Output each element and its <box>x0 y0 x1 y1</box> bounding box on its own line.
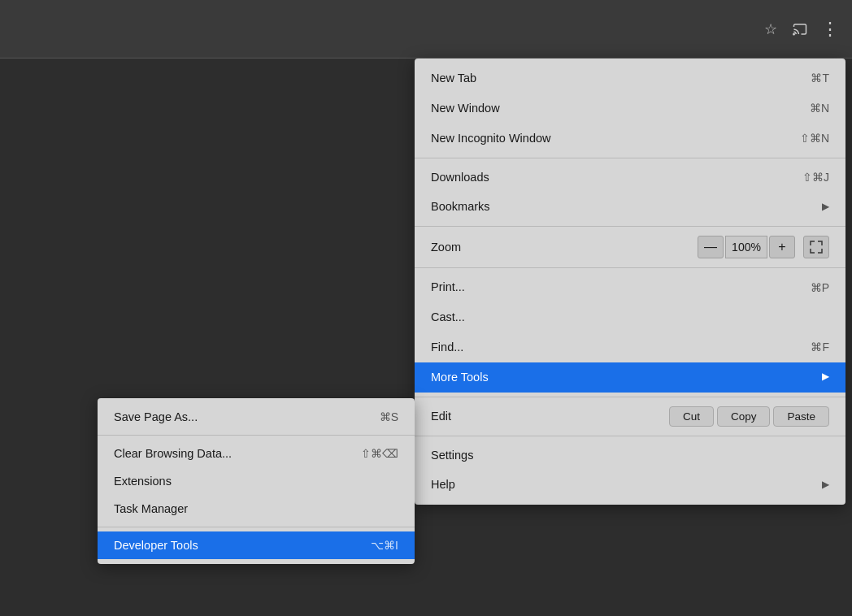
separator-4 <box>415 397 845 397</box>
sub-menu-item-clear-browsing-data[interactable]: Clear Browsing Data... ⇧⌘⌫ <box>98 440 415 467</box>
save-page-as-shortcut: ⌘S <box>380 410 398 423</box>
separator-1 <box>415 158 845 158</box>
browser-toolbar: ☆ ⋮ <box>0 0 852 59</box>
zoom-label: Zoom <box>431 241 689 254</box>
cast-button[interactable] <box>787 16 813 42</box>
sub-menu-item-save-page-as[interactable]: Save Page As... ⌘S <box>98 403 415 431</box>
menu-item-downloads-label: Downloads <box>431 170 786 185</box>
save-page-as-label: Save Page As... <box>114 410 380 423</box>
sub-menu-more-tools: Save Page As... ⌘S Clear Browsing Data..… <box>98 398 415 564</box>
sub-separator-1 <box>98 435 415 436</box>
menu-item-downloads-shortcut: ⇧⌘J <box>802 170 829 184</box>
menu-item-cast-label: Cast... <box>431 310 813 325</box>
zoom-value-display: 100% <box>725 236 767 258</box>
edit-label: Edit <box>431 410 661 423</box>
developer-tools-shortcut: ⌥⌘I <box>371 539 398 552</box>
clear-browsing-data-label: Clear Browsing Data... <box>114 447 361 460</box>
menu-edit-row: Edit Cut Copy Paste <box>415 401 845 432</box>
separator-2 <box>415 226 845 227</box>
copy-button[interactable]: Copy <box>717 406 771 427</box>
menu-item-more-tools-label: More Tools <box>431 370 822 385</box>
bookmark-button[interactable]: ☆ <box>758 16 784 42</box>
zoom-in-button[interactable]: + <box>769 236 795 258</box>
menu-item-print[interactable]: Print... ⌘P <box>415 272 845 302</box>
paste-button[interactable]: Paste <box>773 406 829 427</box>
menu-item-bookmarks-label: Bookmarks <box>431 199 822 215</box>
menu-item-find[interactable]: Find... ⌘F <box>415 332 845 362</box>
menu-item-new-incognito-label: New Incognito Window <box>431 131 784 146</box>
menu-item-bookmarks[interactable]: Bookmarks ▶ <box>415 192 845 222</box>
sub-menu-item-task-manager[interactable]: Task Manager <box>98 495 415 523</box>
more-tools-arrow-icon: ▶ <box>822 371 829 384</box>
menu-item-find-shortcut: ⌘F <box>811 340 829 354</box>
menu-item-downloads[interactable]: Downloads ⇧⌘J <box>415 163 845 193</box>
menu-zoom-row: Zoom — 100% + <box>415 231 845 263</box>
cut-button[interactable]: Cut <box>669 406 714 427</box>
menu-item-find-label: Find... <box>431 340 794 355</box>
separator-5 <box>415 436 845 436</box>
fullscreen-button[interactable] <box>803 236 829 258</box>
menu-item-new-incognito-shortcut: ⇧⌘N <box>800 131 829 145</box>
menu-item-cast[interactable]: Cast... <box>415 302 845 332</box>
menu-item-new-window[interactable]: New Window ⌘N <box>415 93 845 124</box>
menu-item-settings-label: Settings <box>431 448 829 463</box>
developer-tools-label: Developer Tools <box>114 539 371 552</box>
bookmarks-arrow-icon: ▶ <box>822 201 829 214</box>
menu-item-new-incognito[interactable]: New Incognito Window ⇧⌘N <box>415 124 845 154</box>
menu-item-help[interactable]: Help ▶ <box>415 470 845 500</box>
menu-item-new-window-label: New Window <box>431 101 793 116</box>
menu-item-new-tab[interactable]: New Tab ⌘T <box>415 63 845 93</box>
zoom-controls: — 100% + <box>698 236 795 258</box>
separator-3 <box>415 267 845 268</box>
menu-item-new-window-shortcut: ⌘N <box>810 101 829 115</box>
more-menu-button[interactable]: ⋮ <box>816 16 842 42</box>
sub-separator-2 <box>98 527 415 527</box>
menu-item-print-label: Print... <box>431 280 794 295</box>
edit-buttons: Cut Copy Paste <box>669 406 829 427</box>
task-manager-label: Task Manager <box>114 502 398 515</box>
menu-item-new-tab-shortcut: ⌘T <box>811 71 829 85</box>
menu-item-print-shortcut: ⌘P <box>811 280 829 295</box>
help-arrow-icon: ▶ <box>822 479 829 492</box>
menu-item-help-label: Help <box>431 477 822 492</box>
clear-browsing-data-shortcut: ⇧⌘⌫ <box>361 447 398 460</box>
menu-item-settings[interactable]: Settings <box>415 440 845 471</box>
zoom-out-button[interactable]: — <box>698 236 724 258</box>
sub-menu-item-developer-tools[interactable]: Developer Tools ⌥⌘I <box>98 531 415 559</box>
menu-item-new-tab-label: New Tab <box>431 71 794 86</box>
extensions-label: Extensions <box>114 475 398 488</box>
main-menu: New Tab ⌘T New Window ⌘N New Incognito W… <box>415 59 845 505</box>
sub-menu-item-extensions[interactable]: Extensions <box>98 467 415 495</box>
svg-point-0 <box>793 33 795 35</box>
menu-item-more-tools[interactable]: More Tools ▶ <box>415 362 845 393</box>
